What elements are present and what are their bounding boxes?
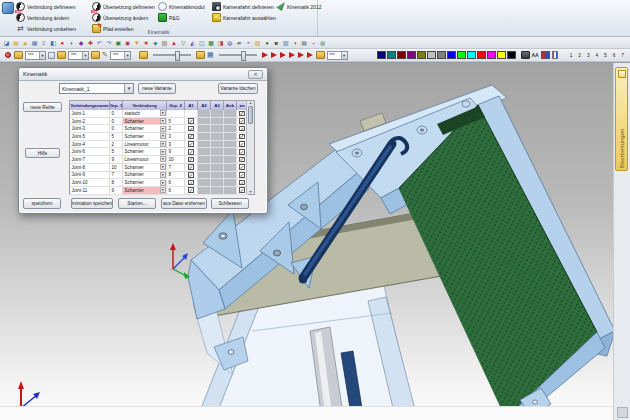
verbindung-definieren[interactable]: Verbindung definieren [16,1,76,12]
cell-grp1[interactable]: 7 [110,172,123,179]
neue-reihe-button[interactable]: neue Reihe [23,102,62,112]
cell-verbindung[interactable]: Linearmotor▼ [123,156,167,163]
cell-a1[interactable]: ✓ [185,118,198,125]
selection-arrow-icon[interactable] [298,52,304,58]
pen-number-4[interactable]: 4 [593,53,602,58]
cell-grp2[interactable]: 9 [167,148,185,155]
cell-grp1[interactable]: 5 [110,133,123,140]
a1-checkbox[interactable]: ✓ [188,149,194,155]
chevron-down-icon[interactable]: ▼ [160,156,166,162]
column-header-grp-1[interactable]: Grp. 1 [110,101,123,110]
cell-grp2[interactable]: 2 [167,125,185,132]
cell-a1[interactable]: ✓ [185,133,198,140]
an-checkbox[interactable]: ✓ [239,134,245,140]
toolbar-icon-19[interactable]: ▲ [169,38,178,48]
cell-name[interactable]: Joint-1 [70,110,110,117]
animation-speichern-button[interactable]: Animation speichern [71,198,113,209]
column-header-a3[interactable]: A3 [211,101,224,110]
cell-a1[interactable] [185,110,198,117]
attribute-select[interactable]: ***▼ [25,51,46,60]
toolbar-icon-8[interactable]: ◐ [67,38,76,48]
cell-a1[interactable]: ✓ [185,141,198,148]
toolbar-icon-31[interactable]: ▥ [281,38,290,48]
cell-grp1[interactable]: 9 [110,156,123,163]
cell-name[interactable]: Joint-10 [70,179,110,186]
toolbar-icon-32[interactable]: ◑ [290,38,299,48]
cell-a1[interactable]: ✓ [185,125,198,132]
color-swatch-6[interactable] [427,51,437,59]
cell-grp1[interactable]: 0 [110,110,123,117]
schliessen-button[interactable]: Schliessen [211,198,249,209]
toolbar-icon-3[interactable]: ▲ [21,38,30,48]
toolbar-icon-21[interactable]: ◭ [188,38,197,48]
layer-folder-icon[interactable] [57,51,66,59]
kinematikmodul[interactable]: Kinematikmodul [158,1,205,12]
cell-grp2[interactable]: 6 [167,187,185,194]
pen-number-6[interactable]: 6 [610,53,619,58]
toolbar-icon-6[interactable]: ◧ [48,38,57,48]
toolbar-icon-9[interactable]: ◆ [76,38,85,48]
cell-grp2[interactable]: 6 [167,179,185,186]
variant-select[interactable]: Kinematik_1 ▼ [59,83,134,94]
toolbar-icon-14[interactable]: ◉ [123,38,132,48]
cell-verbindung[interactable]: statisch▼ [123,110,167,117]
layer-folder-icon[interactable] [316,51,325,59]
cell-grp2[interactable]: 3 [167,133,185,140]
an-checkbox[interactable]: ✓ [239,180,245,186]
uebersetzung-definieren[interactable]: Übersetzung definieren [92,1,155,12]
chevron-down-icon[interactable]: ▼ [160,126,166,132]
toolbar-icon-29[interactable]: ● [262,38,271,48]
color-swatch-13[interactable] [497,51,507,59]
toolbar-icon-5[interactable]: ≡ [39,38,48,48]
cell-verbindung[interactable]: Scharnier▼ [123,172,167,179]
color-swatch-12[interactable] [487,51,497,59]
mini-swatch-icon[interactable] [48,52,55,59]
selection-arrow-icon[interactable] [271,52,277,58]
cell-a1[interactable]: ✓ [185,187,198,194]
color-swatch-10[interactable] [467,51,477,59]
starten-button[interactable]: Starten... [118,198,156,209]
image-icon[interactable] [521,51,530,59]
toolbar-icon-12[interactable]: ↷ [104,38,113,48]
pen-number-2[interactable]: 2 [575,53,584,58]
kinematik-2012[interactable]: Kinematik 2012 [276,1,321,12]
layer-folder-icon[interactable] [196,51,205,59]
pen-number-7[interactable]: 7 [618,53,627,58]
toolbar-icon-18[interactable]: ▧ [160,38,169,48]
cell-a1[interactable]: ✓ [185,172,198,179]
bars-icon[interactable] [552,51,558,59]
column-header-a1[interactable]: A1 [185,101,198,110]
cell-name[interactable]: Joint-8 [70,164,110,171]
toolbar-icon-24[interactable]: ◨ [216,38,225,48]
toolbar-icon-20[interactable]: ▽ [179,38,188,48]
color-swatch-5[interactable] [417,51,427,59]
chevron-down-icon[interactable]: ▼ [160,118,166,124]
toolbar-icon-15[interactable]: ▼ [132,38,141,48]
neue-variante-button[interactable]: neue Variante [138,83,176,94]
cell-name[interactable]: Joint-3 [70,125,110,132]
toolbar-icon-23[interactable]: ▩ [207,38,216,48]
layer-folder-icon[interactable] [139,51,148,59]
selection-arrow-icon[interactable] [289,52,295,58]
a1-checkbox[interactable]: ✓ [188,134,194,140]
color-swatch-3[interactable] [397,51,407,59]
toolbar-icon-13[interactable]: ▣ [114,38,123,48]
pen-icon[interactable]: ✎ [102,50,108,60]
pen-number-3[interactable]: 3 [584,53,593,58]
cell-verbindung[interactable]: Scharnier▼ [123,187,167,194]
selection-arrow-icon[interactable] [280,52,286,58]
a1-checkbox[interactable]: ✓ [188,157,194,163]
column-header-a2[interactable]: A2 [198,101,211,110]
kamerafahrt-auswaehlen[interactable]: Kamerafahrt auswählen [212,12,276,23]
color-swatch-1[interactable] [377,51,387,59]
chevron-down-icon[interactable]: ▼ [160,164,166,170]
cell-name[interactable]: Joint-7 [70,156,110,163]
an-checkbox[interactable]: ✓ [239,187,245,193]
toolbar-icon-27[interactable]: ◓ [244,38,253,48]
toolbar-icon-17[interactable]: ◈ [151,38,160,48]
hilfe-button[interactable]: Hilfe [25,148,60,158]
variante-loeschen-button[interactable]: Variante löschen [218,83,258,94]
color-swatch-4[interactable] [407,51,417,59]
toolbar-icon-22[interactable]: ◫ [197,38,206,48]
toolbar-icon-25[interactable]: ◍ [225,38,234,48]
